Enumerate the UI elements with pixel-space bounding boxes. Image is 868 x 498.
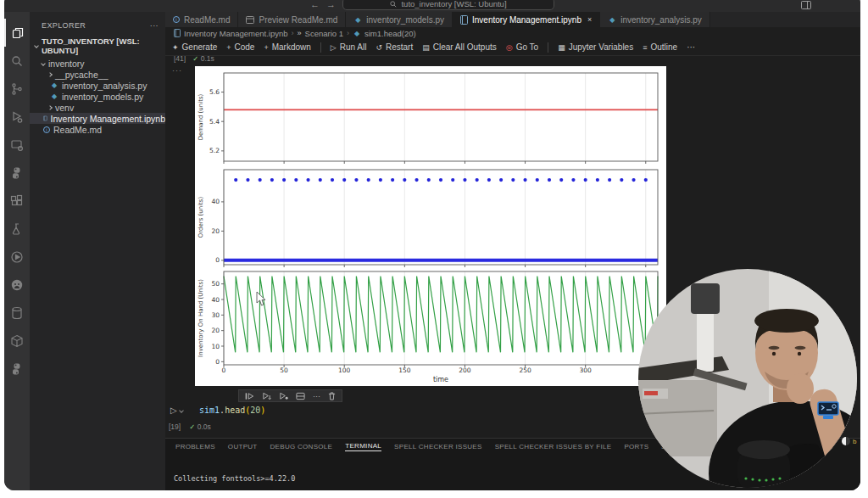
svg-text:5.4: 5.4 xyxy=(209,118,220,126)
svg-text:20: 20 xyxy=(211,327,220,334)
search-view-icon[interactable] xyxy=(4,47,30,75)
svg-text:300: 300 xyxy=(580,367,593,374)
search-label: tuto_inventory [WSL: Ubuntu] xyxy=(401,0,506,8)
sidebar-item-inventory-analysis[interactable]: ◆ inventory_analysis.py xyxy=(30,80,165,91)
sidebar-item-inventory[interactable]: inventory xyxy=(30,58,165,69)
explorer-icon[interactable] xyxy=(4,19,30,47)
sidebar-item-readme[interactable]: i ReadMe.md xyxy=(30,124,165,135)
tab-problems[interactable]: PROBLEMS xyxy=(175,443,215,450)
activity-bar xyxy=(4,12,30,490)
tab-spell-checker-issues-by-file[interactable]: SPELL CHECKER ISSUES BY FILE xyxy=(495,443,612,450)
divider xyxy=(548,42,548,53)
command-center-search[interactable]: tuto_inventory [WSL: Ubuntu] xyxy=(342,0,554,10)
sidebar-item-pycache[interactable]: __pycache__ xyxy=(30,69,165,80)
add-markdown-button[interactable]: +Markdown xyxy=(264,42,310,52)
execute-below-icon[interactable] xyxy=(262,392,271,400)
nav-back-icon[interactable]: ← xyxy=(310,0,320,10)
add-code-button[interactable]: +Code xyxy=(226,42,254,52)
close-icon[interactable]: × xyxy=(587,15,592,24)
sidebar-item-venv[interactable]: venv xyxy=(30,102,165,113)
notebook-file-icon xyxy=(460,15,468,25)
search-icon xyxy=(390,1,397,8)
restart-button[interactable]: ↺Restart xyxy=(376,42,413,52)
execution-time: 0.1s xyxy=(201,56,214,63)
tab-inventory-models[interactable]: ◆ inventory_models.py xyxy=(346,12,453,27)
outline-button[interactable]: ≡Outline xyxy=(643,42,677,52)
package-icon[interactable] xyxy=(4,327,30,355)
breadcrumb-section[interactable]: Scenario 1 xyxy=(305,29,343,38)
goto-button[interactable]: ◎Go To xyxy=(506,42,538,52)
run-all-button[interactable]: ▷Run All xyxy=(331,42,367,52)
source-control-icon[interactable] xyxy=(4,75,30,103)
generate-button[interactable]: ✦Generate xyxy=(172,42,217,52)
database-icon[interactable] xyxy=(4,299,30,327)
svg-text:Inventory On Hand (Units): Inventory On Hand (Units) xyxy=(198,279,204,357)
person-hand xyxy=(787,373,814,404)
execute-above-icon[interactable] xyxy=(245,392,254,400)
code-cell: ··· ▷ sim1.head(20) [19] ✓ 0.0s xyxy=(165,395,665,436)
svg-text:10: 10 xyxy=(211,343,220,350)
markdown-file-icon: i xyxy=(43,126,50,133)
workspace-root[interactable]: TUTO_INVENTORY [WSL: UBUNTU] xyxy=(30,32,165,58)
split-cell-icon[interactable] xyxy=(296,392,305,400)
markdown-file-icon: i xyxy=(173,16,180,23)
python-file-icon: ◆ xyxy=(50,92,58,100)
terminal-settings-overlay-icon[interactable] xyxy=(815,400,841,421)
layout-toggle-icon[interactable] xyxy=(801,1,811,9)
svg-text:5.2: 5.2 xyxy=(209,147,220,154)
cell-gutter-more-icon[interactable]: ··· xyxy=(172,66,182,75)
tab-inventory-management-ipynb[interactable]: Inventory Management.ipynb × xyxy=(453,12,600,27)
title-bar: ← → tuto_inventory [WSL: Ubuntu] xyxy=(4,0,860,12)
remote-explorer-icon[interactable] xyxy=(4,131,30,159)
debug-cell-icon[interactable] xyxy=(279,392,288,400)
notebook-toolbar: ✦Generate +Code +Markdown ▷Run All ↺Rest… xyxy=(165,39,860,56)
jupyter-variables-button[interactable]: ▦Jupyter Variables xyxy=(558,42,633,52)
execution-count: [41] xyxy=(174,56,186,63)
clear-outputs-icon: ▤ xyxy=(422,43,430,52)
cell-code-editor[interactable]: sim1.head(20) xyxy=(199,406,265,415)
python-env-icon[interactable] xyxy=(4,355,30,383)
nav-forward-icon[interactable]: → xyxy=(326,0,336,10)
explorer-more-actions-icon[interactable]: ··· xyxy=(150,21,159,30)
notebook-file-icon xyxy=(43,114,47,123)
tab-terminal[interactable]: TERMINAL xyxy=(345,442,381,451)
github-icon[interactable] xyxy=(4,271,30,299)
breadcrumb-symbol[interactable]: sim1.head(20) xyxy=(364,29,416,38)
tab-preview-readme[interactable]: Preview ReadMe.md xyxy=(238,12,346,27)
check-icon: ✓ xyxy=(192,56,198,63)
python-extension-icon[interactable] xyxy=(4,159,30,187)
tab-inventory-analysis[interactable]: ◆ inventory_analysis.py xyxy=(600,12,710,27)
chevron-down-icon xyxy=(41,61,46,66)
testing-icon[interactable] xyxy=(4,215,30,243)
sidebar-item-inventory-management-ipynb[interactable]: Inventory Management.ipynb xyxy=(30,113,165,124)
sidebar-item-inventory-models[interactable]: ◆ inventory_models.py xyxy=(30,91,165,102)
extensions-icon[interactable] xyxy=(4,187,30,215)
symbol-icon: ◆ xyxy=(353,30,361,37)
chevron-right-icon xyxy=(47,72,53,77)
divider xyxy=(320,42,321,53)
sections-icon: » xyxy=(298,29,302,37)
run-circle-icon[interactable] xyxy=(4,243,30,271)
tab-debug-console[interactable]: DEBUG CONSOLE xyxy=(270,443,333,450)
svg-text:0: 0 xyxy=(215,256,220,264)
run-icon: ▷ xyxy=(331,43,337,52)
cell-more-actions-icon[interactable]: ··· xyxy=(313,392,320,400)
svg-text:50: 50 xyxy=(280,367,288,374)
run-debug-icon[interactable] xyxy=(4,103,30,131)
breadcrumb-file[interactable]: Inventory Management.ipynb xyxy=(184,29,288,38)
badge-icon xyxy=(842,437,850,445)
run-cell-button[interactable]: ▷ xyxy=(170,406,183,415)
clear-all-outputs-button[interactable]: ▤Clear All Outputs xyxy=(422,42,497,52)
python-file-icon: ◆ xyxy=(50,81,58,89)
toolbar-more-button[interactable]: ··· xyxy=(687,42,695,52)
camera-mount xyxy=(691,283,720,314)
delete-cell-icon[interactable] xyxy=(328,392,336,400)
execution-time: 0.0s xyxy=(198,422,211,431)
python-file-icon: ◆ xyxy=(608,16,616,24)
tab-spell-checker-issues[interactable]: SPELL CHECKER ISSUES xyxy=(394,443,482,450)
svg-text:Orders (units): Orders (units) xyxy=(198,197,204,238)
tab-readme[interactable]: i ReadMe.md xyxy=(165,12,238,27)
svg-text:250: 250 xyxy=(519,367,531,374)
svg-text:200: 200 xyxy=(459,367,471,374)
tab-output[interactable]: OUTPUT xyxy=(228,443,258,450)
